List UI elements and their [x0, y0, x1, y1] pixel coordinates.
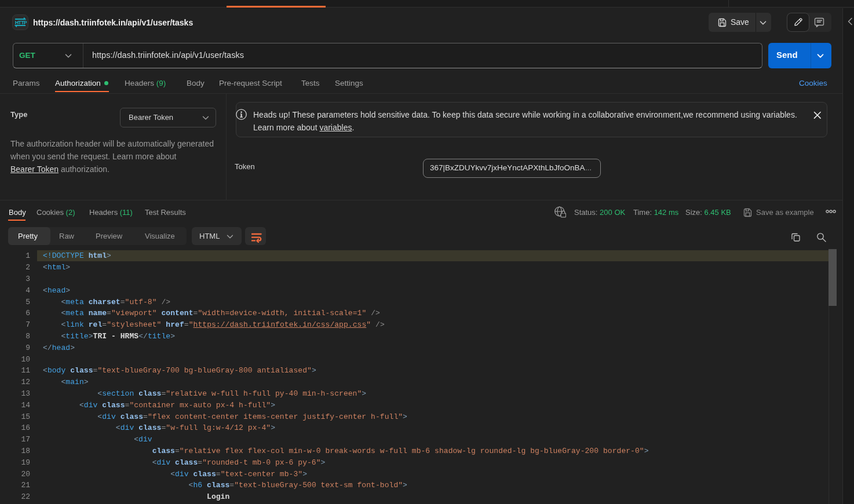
- svg-text:HTTP: HTTP: [15, 20, 27, 25]
